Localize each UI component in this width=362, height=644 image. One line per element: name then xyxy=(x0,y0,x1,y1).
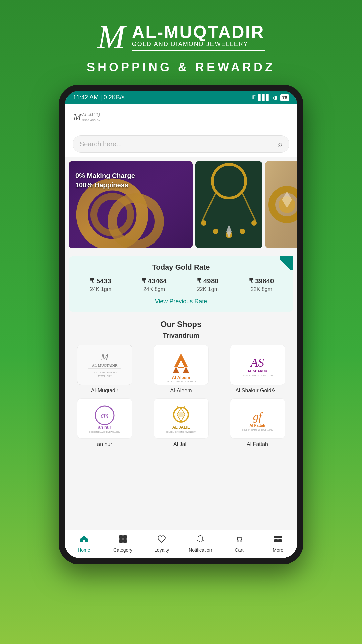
svg-text:AL-MUQTADIR: AL-MUQTADIR xyxy=(92,363,118,367)
gold-label-22k-1gm: 22K 1gm xyxy=(197,286,219,292)
banner-carousel[interactable]: 0% Making Charge 100% Happiness xyxy=(65,157,297,252)
gold-rate-section: Today Gold Rate ₹ 5433 24K 1gm ₹ 43464 2… xyxy=(69,256,293,312)
shop-item-alfattah[interactable]: gf Al Fattah GOLDEN DIAMOND JEWELLERY Al… xyxy=(222,398,293,447)
svg-text:GOLD AND DIAMOND: GOLD AND DIAMOND xyxy=(93,371,116,374)
svg-text:GOLDEN DIAMOND JEWELLERY: GOLDEN DIAMOND JEWELLERY xyxy=(89,431,120,433)
svg-rect-57 xyxy=(278,536,282,538)
banner-main[interactable]: 0% Making Charge 100% Happiness xyxy=(69,161,193,248)
gold-value-24k-1gm: ₹ 5433 xyxy=(90,277,111,285)
gold-rate-24k-1gm: ₹ 5433 24K 1gm xyxy=(75,277,126,292)
wifi-icon: ◑ xyxy=(273,94,278,101)
svg-rect-58 xyxy=(274,539,278,542)
shop-item-alshakur[interactable]: AS AL SHAKUR GOLDEN DIAMOND JEWELLERY Al… xyxy=(222,345,293,394)
svg-point-12 xyxy=(201,220,206,226)
banner-third[interactable] xyxy=(265,161,297,248)
svg-rect-50 xyxy=(123,535,127,539)
svg-text:Al Fattah: Al Fattah xyxy=(249,423,265,427)
banner-second[interactable] xyxy=(195,161,262,248)
loyalty-icon xyxy=(157,534,166,546)
app-header: M AL-MUQTADIR GOLD AND DIAMOND JEWELLERY xyxy=(65,104,297,131)
notification-icon xyxy=(196,534,205,546)
svg-rect-52 xyxy=(123,539,127,543)
nav-category[interactable]: Category xyxy=(104,534,142,553)
gold-rate-22k-8gm: ₹ 39840 22K 8gm xyxy=(236,277,287,292)
gold-value-22k-8gm: ₹ 39840 xyxy=(249,277,274,285)
status-bar: 11:42 AM | 0.2KB/s ℾ ▋▋▋ ◑ 78 xyxy=(65,91,297,104)
nav-home[interactable]: Home xyxy=(65,534,104,553)
home-icon xyxy=(79,534,89,546)
svg-point-15 xyxy=(240,229,245,234)
brand-text: AL-MUQTADIR GOLD AND DIAMOND JEWELLERY xyxy=(132,23,265,51)
scroll-content[interactable]: 0% Making Charge 100% Happiness xyxy=(65,157,297,530)
gold-rate-grid: ₹ 5433 24K 1gm ₹ 43464 24K 8gm ₹ 4980 22… xyxy=(75,277,287,292)
more-icon xyxy=(273,534,283,546)
gold-value-24k-8gm: ₹ 43464 xyxy=(142,277,167,285)
brand-gold-text: GOLD AND DIAMOND JEWELLERY xyxy=(132,41,265,48)
shop-logo-annur[interactable]: cm an nur GOLDEN DIAMOND JEWELLERY xyxy=(77,398,132,439)
svg-text:GOLD AND DIAMOND JEWELLERY: GOLD AND DIAMOND JEWELLERY xyxy=(82,119,100,121)
svg-text:AL JALIL: AL JALIL xyxy=(172,425,190,430)
svg-text:an nur: an nur xyxy=(98,425,111,430)
phone-mockup: 11:42 AM | 0.2KB/s ℾ ▋▋▋ ◑ 78 M AL-MUQTA… xyxy=(59,85,303,564)
cart-icon xyxy=(235,534,244,546)
shops-city: Trivandrum xyxy=(69,332,293,339)
svg-point-16 xyxy=(251,220,257,226)
bottom-nav: Home Category xyxy=(65,530,297,558)
brand-logo-container: M AL-MUQTADIR GOLD AND DIAMOND JEWELLERY xyxy=(97,20,264,54)
search-placeholder[interactable]: Search here... xyxy=(80,140,275,148)
svg-point-54 xyxy=(237,540,239,542)
nav-home-label: Home xyxy=(78,547,90,553)
shop-logo-aljalil[interactable]: AL JALIL GOLDEN DIAMOND JEWELLERY xyxy=(154,398,209,439)
svg-text:GOLDEN DIAMOND JEWELLERY: GOLDEN DIAMOND JEWELLERY xyxy=(166,431,197,433)
bluetooth-icon: ℾ xyxy=(252,94,255,101)
nav-cart-label: Cart xyxy=(235,547,243,553)
banner-text: 0% Making Charge 100% Happiness xyxy=(75,171,135,190)
nav-more-label: More xyxy=(273,547,283,553)
search-icon[interactable]: ⌕ xyxy=(278,140,282,148)
battery-icon: 78 xyxy=(280,94,289,101)
shop-item-alaleem[interactable]: Al Aleem GOLDEN DIAMOND JEWELLERY Al-Ale… xyxy=(145,345,217,394)
svg-point-53 xyxy=(200,535,201,536)
svg-text:AL SHAKUR: AL SHAKUR xyxy=(248,369,267,373)
gold-label-24k-8gm: 24K 8gm xyxy=(143,286,165,292)
brand-area: M AL-MUQTADIR GOLD AND DIAMOND JEWELLERY… xyxy=(0,0,362,85)
nav-cart[interactable]: Cart xyxy=(220,534,259,553)
svg-text:AL-MUQTADIR: AL-MUQTADIR xyxy=(82,112,100,117)
shop-name-alaleem: Al-Aleem xyxy=(170,388,192,394)
shop-item-almuqtadir[interactable]: M AL-MUQTADIR GOLD AND DIAMOND JEWELLERY… xyxy=(69,345,140,394)
svg-rect-56 xyxy=(274,536,278,538)
shop-item-aljalil[interactable]: AL JALIL GOLDEN DIAMOND JEWELLERY Al Jal… xyxy=(145,398,217,447)
nav-notification-label: Notification xyxy=(189,547,212,553)
svg-text:GOLDEN DIAMOND JEWELLERY: GOLDEN DIAMOND JEWELLERY xyxy=(242,429,273,431)
svg-point-43 xyxy=(178,412,184,417)
shop-logo-alfattah[interactable]: gf Al Fattah GOLDEN DIAMOND JEWELLERY xyxy=(230,398,285,439)
svg-text:gf: gf xyxy=(253,410,263,423)
banner-section: 0% Making Charge 100% Happiness xyxy=(65,157,297,252)
gold-rate-title: Today Gold Rate xyxy=(75,263,287,272)
svg-text:M: M xyxy=(100,352,109,362)
shop-name-annur: an nur xyxy=(97,441,112,447)
search-bar[interactable]: Search here... ⌕ xyxy=(73,135,289,153)
shop-logo-alshakur[interactable]: AS AL SHAKUR GOLDEN DIAMOND JEWELLERY xyxy=(230,345,285,385)
svg-text:Al Aleem: Al Aleem xyxy=(172,375,190,380)
svg-rect-31 xyxy=(178,367,184,368)
shops-section: Our Shops Trivandrum M AL-MUQTADIR GOLD … xyxy=(65,316,297,451)
shop-logo-almuqtadir[interactable]: M AL-MUQTADIR GOLD AND DIAMOND JEWELLERY xyxy=(77,345,132,385)
nav-notification[interactable]: Notification xyxy=(181,534,220,553)
svg-marker-28 xyxy=(174,353,188,367)
svg-rect-49 xyxy=(119,535,123,539)
nav-more[interactable]: More xyxy=(258,534,297,553)
phone-screen: 11:42 AM | 0.2KB/s ℾ ▋▋▋ ◑ 78 M AL-MUQTA… xyxy=(65,91,297,558)
svg-point-55 xyxy=(240,540,242,542)
svg-text:GOLDEN DIAMOND JEWELLERY: GOLDEN DIAMOND JEWELLERY xyxy=(166,381,197,382)
status-icons: ℾ ▋▋▋ ◑ 78 xyxy=(252,94,289,101)
nav-loyalty[interactable]: Loyalty xyxy=(142,534,181,553)
gold-value-22k-1gm: ₹ 4980 xyxy=(197,277,218,285)
svg-text:M: M xyxy=(73,112,82,122)
shop-logo-alaleem[interactable]: Al Aleem GOLDEN DIAMOND JEWELLERY xyxy=(154,345,209,385)
shop-item-annur[interactable]: cm an nur GOLDEN DIAMOND JEWELLERY an nu… xyxy=(69,398,140,447)
shops-title: Our Shops xyxy=(69,320,293,329)
status-time: 11:42 AM | 0.2KB/s xyxy=(73,94,125,101)
view-previous-rate[interactable]: View Previous Rate xyxy=(75,298,287,305)
search-container: Search here... ⌕ xyxy=(65,131,297,157)
